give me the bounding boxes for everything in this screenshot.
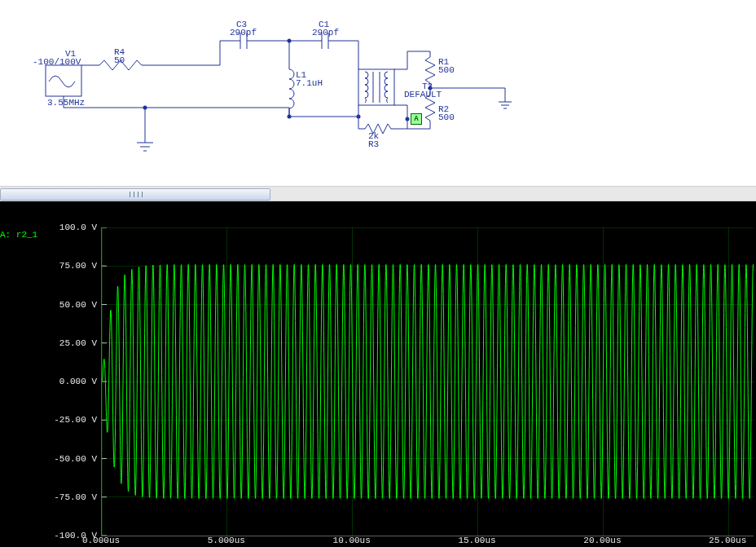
v1-amplitude: -100/100V	[33, 57, 81, 67]
schematic-svg	[0, 0, 756, 186]
x-tick: 15.00us	[458, 536, 495, 545]
r2-value: 500	[438, 112, 455, 122]
scrollbar-thumb[interactable]	[0, 188, 270, 201]
l1-value: 7.1uH	[296, 78, 323, 88]
y-tick: 100.0 V	[48, 223, 97, 232]
r4-value: 50	[114, 55, 125, 65]
y-tick: -50.00 V	[48, 454, 97, 464]
c3-value: 290pf	[230, 28, 257, 37]
r1-value: 500	[438, 65, 455, 75]
horizontal-scrollbar[interactable]	[0, 186, 756, 201]
svg-rect-16	[358, 69, 394, 105]
svg-rect-43	[46, 65, 81, 96]
x-tick: 5.000us	[208, 536, 245, 545]
y-tick: 25.00 V	[48, 338, 97, 348]
svg-point-27	[406, 117, 410, 121]
y-tick: 0.000 V	[48, 377, 97, 386]
waveform-svg	[102, 227, 754, 536]
probe-badge[interactable]: A	[411, 113, 422, 125]
y-tick: -25.00 V	[48, 415, 97, 425]
x-tick: 20.00us	[583, 536, 621, 545]
oscilloscope-pane: A: r2_1 100.0 V 75.00 V 50.00 V 25.00 V …	[0, 201, 756, 547]
x-tick: 25.00us	[709, 536, 746, 545]
c1-value: 290pf	[312, 28, 339, 37]
x-tick: 10.00us	[333, 536, 371, 545]
r3-label: R3	[368, 139, 379, 149]
t2-model: DEFAULT	[404, 90, 442, 99]
schematic-pane: V1 -100/100V 3.55MHz R4 50 C3 290pf C1 2…	[0, 0, 756, 186]
trace-label: A: r2_1	[0, 230, 37, 240]
y-tick: -75.00 V	[48, 492, 97, 502]
y-axis: 100.0 V 75.00 V 50.00 V 25.00 V 0.000 V …	[48, 227, 97, 536]
y-tick: 50.00 V	[48, 300, 97, 310]
x-tick: 0.000us	[82, 536, 120, 545]
plot-area[interactable]	[101, 227, 754, 536]
y-tick: 75.00 V	[48, 261, 97, 271]
x-axis: 0.000us 5.000us 10.00us 15.00us 20.00us …	[101, 536, 753, 547]
v1-freq: 3.55MHz	[47, 98, 85, 108]
